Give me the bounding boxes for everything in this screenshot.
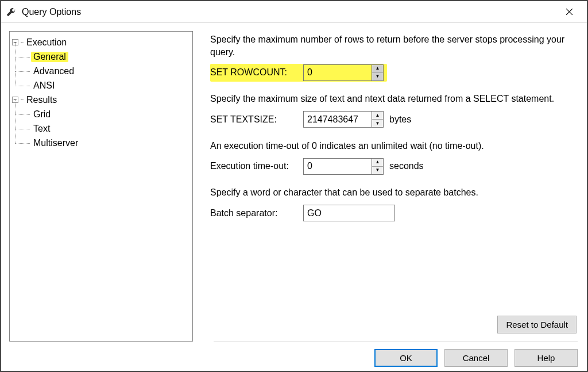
tree-item-grid[interactable]: Grid	[15, 107, 190, 121]
tree-item-ansi[interactable]: ANSI	[15, 78, 190, 93]
rowcount-down[interactable]: ▼	[372, 73, 383, 80]
rowcount-up[interactable]: ▲	[372, 65, 383, 73]
batch-label: Batch separator:	[210, 208, 303, 218]
batch-description: Specify a word or character that can be …	[210, 186, 566, 199]
timeout-up[interactable]: ▲	[372, 159, 383, 167]
tree-item-text[interactable]: Text	[15, 121, 190, 136]
textsize-down[interactable]: ▼	[372, 120, 383, 127]
ok-button[interactable]: OK	[374, 349, 438, 367]
tree-label-text: Text	[31, 124, 52, 134]
rowcount-label: SET ROWCOUNT:	[210, 67, 303, 78]
tree-label-advanced: Advanced	[31, 66, 76, 76]
nav-tree: − Execution General Advanced ANSI	[9, 31, 193, 342]
tree-item-advanced[interactable]: Advanced	[15, 64, 190, 78]
rowcount-description: Specify the maximum number of rows to re…	[210, 33, 566, 58]
timeout-down[interactable]: ▼	[372, 167, 383, 174]
timeout-label: Execution time-out:	[210, 161, 303, 171]
tree-label-execution: Execution	[24, 37, 69, 48]
timeout-suffix: seconds	[389, 161, 424, 171]
tree-node-execution[interactable]: − Execution	[12, 35, 190, 49]
help-button[interactable]: Help	[514, 349, 578, 367]
tree-label-grid: Grid	[31, 109, 53, 120]
tree-label-general: General	[31, 52, 68, 62]
textsize-suffix: bytes	[389, 114, 411, 125]
window-title: Query Options	[22, 7, 556, 17]
tree-item-multiserver[interactable]: Multiserver	[15, 136, 190, 150]
titlebar: Query Options	[1, 1, 587, 23]
textsize-description: Specify the maximum size of text and nte…	[210, 93, 566, 105]
tree-node-results[interactable]: − Results	[12, 93, 190, 107]
reset-button[interactable]: Reset to Default	[497, 316, 577, 333]
textsize-label: SET TEXTSIZE:	[210, 114, 303, 125]
tree-label-multiserver: Multiserver	[31, 138, 80, 148]
dialog-footer: OK Cancel Help	[1, 342, 587, 372]
batch-input[interactable]	[303, 205, 395, 221]
cancel-button[interactable]: Cancel	[444, 349, 508, 367]
tree-item-general[interactable]: General	[15, 49, 190, 64]
wrench-icon	[6, 7, 16, 17]
content-panel: Specify the maximum number of rows to re…	[210, 31, 579, 342]
close-button[interactable]	[556, 1, 582, 23]
timeout-description: An execution time-out of 0 indicates an …	[210, 140, 566, 152]
tree-label-ansi: ANSI	[31, 80, 57, 91]
tree-label-results: Results	[24, 95, 59, 105]
textsize-up[interactable]: ▲	[372, 112, 383, 120]
